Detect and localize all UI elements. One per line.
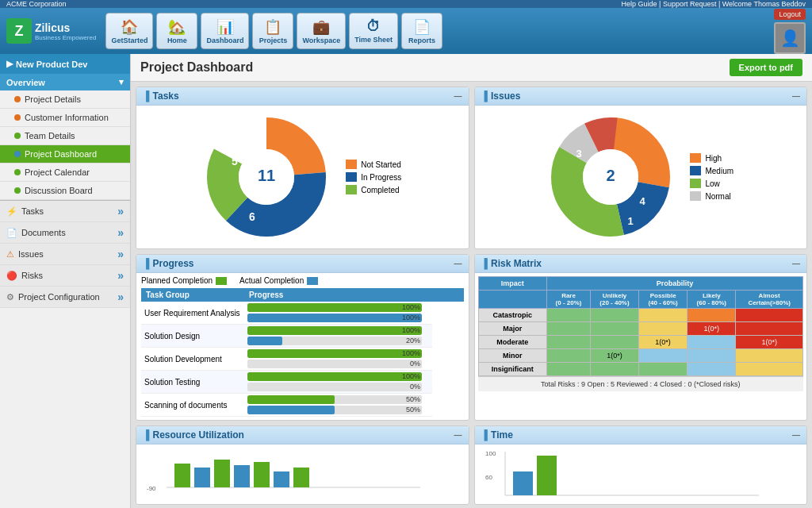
team-details-dot — [14, 133, 21, 139]
svg-text:3: 3 — [576, 148, 582, 160]
risk-cell-cat-possible — [639, 309, 688, 322]
risk-cell-maj-almost — [736, 322, 803, 336]
tasks-panel-title: ▐ Tasks — [143, 90, 179, 102]
workspace-icon: 💼 — [312, 18, 330, 36]
progress-minimize-button[interactable]: ─ — [454, 258, 462, 269]
tasks-minimize-button[interactable]: ─ — [454, 90, 462, 102]
nav-home[interactable]: 🏡 Home — [156, 13, 197, 49]
risk-cell-min-possible — [639, 349, 688, 363]
svg-text:4: 4 — [640, 195, 646, 207]
bottom-panels: ▐ Resource Utilization ─ -90 — [131, 425, 812, 508]
risk-cell-maj-likely: 1(0*) — [688, 322, 736, 336]
progress-legend: Planned Completion Actual Completion — [141, 276, 464, 285]
dashboard-grid: ▐ Tasks ─ 11 5 — [131, 82, 812, 425]
medium-color — [690, 166, 701, 175]
risk-cell-mod-almost: 1(0*) — [736, 336, 803, 349]
svg-rect-21 — [214, 460, 230, 487]
logo-sub: Business Empowered — [35, 34, 96, 41]
risk-th-almost: AlmostCertain(>80%) — [736, 291, 803, 309]
issues-panel-header: ▐ Issues ─ — [475, 87, 807, 106]
risk-table: Impact Probability Rare(0 - 20%) Unlikel… — [478, 276, 804, 376]
documents-arrow: » — [117, 226, 124, 239]
task-name: Solution Design — [141, 325, 244, 348]
nav-dashboard[interactable]: 📊 Dashboard — [201, 13, 249, 49]
sidebar-bottom-documents[interactable]: 📄Documents » — [0, 222, 130, 244]
sidebar: ▶ New Product Dev Overview ▾ Project Det… — [0, 54, 131, 508]
nav-reports[interactable]: 📄 Reports — [401, 13, 442, 49]
svg-text:6: 6 — [249, 210, 255, 223]
risk-cell-mod-rare — [547, 336, 591, 349]
risk-minimize-button[interactable]: ─ — [792, 258, 800, 269]
nav-get-started[interactable]: 🏠 GetStarted — [105, 13, 153, 49]
sidebar-item-project-details[interactable]: Project Details — [0, 90, 130, 109]
risks-arrow: » — [117, 269, 124, 282]
not-started-color — [346, 160, 357, 169]
risk-cell-mod-likely — [688, 336, 736, 349]
col-progress: Progress — [244, 288, 432, 302]
nav-user: Logout 👤 — [774, 9, 806, 54]
risk-row-major: Major 1(0*) — [478, 322, 803, 336]
low-color — [690, 179, 701, 188]
sidebar-item-customer-info[interactable]: Customer Information — [0, 109, 130, 127]
sidebar-item-project-dashboard[interactable]: Project Dashboard — [0, 145, 130, 164]
risk-impact-moderate: Moderate — [478, 336, 547, 349]
sidebar-bottom-risks[interactable]: 🔴Risks » — [0, 265, 130, 287]
issues-minimize-button[interactable]: ─ — [792, 90, 800, 102]
task-bars: 100%0% — [244, 371, 432, 394]
actual-legend: Actual Completion — [239, 276, 318, 285]
risk-cell-maj-unlikely — [590, 322, 638, 336]
risk-cell-maj-rare — [547, 322, 591, 336]
issues-panel-title: ▐ Issues — [481, 90, 521, 102]
sidebar-item-team-details[interactable]: Team Details — [0, 127, 130, 145]
reports-icon: 📄 — [413, 18, 431, 36]
tasks-legend-completed: Completed — [346, 185, 401, 194]
risk-th-blank — [478, 291, 547, 309]
progress-row: Solution Development100%0% — [141, 348, 464, 371]
risk-impact-insignificant: Insignificant — [478, 363, 547, 376]
main-header: Project Dashboard Export to pdf — [131, 54, 812, 82]
risk-footer: Total Risks : 9 Open : 5 Reviewed : 4 Cl… — [478, 376, 804, 391]
time-chart: 100 60 — [481, 448, 767, 503]
resource-minimize-button[interactable]: ─ — [454, 429, 462, 441]
resource-chart: -90 — [143, 448, 428, 503]
nav-workspace[interactable]: 💼 Workspace — [297, 13, 346, 49]
sidebar-bottom-issues[interactable]: ⚠Issues » — [0, 244, 130, 265]
risk-th-prob: Probability — [547, 277, 803, 291]
svg-rect-22 — [234, 465, 250, 487]
col-pct — [432, 288, 464, 302]
planned-color — [216, 277, 227, 285]
svg-text:2: 2 — [607, 167, 615, 184]
get-started-icon: 🏠 — [121, 18, 138, 36]
svg-rect-24 — [274, 471, 289, 487]
time-minimize-button[interactable]: ─ — [792, 429, 800, 441]
risk-row-moderate: Moderate 1(0*) 1(0*) — [478, 336, 803, 349]
planned-legend: Planned Completion — [141, 276, 227, 285]
resource-util-body: -90 — [136, 444, 469, 505]
tasks-panel: ▐ Tasks ─ 11 5 — [136, 87, 469, 249]
sidebar-item-discussion-board[interactable]: Discussion Board — [0, 182, 130, 200]
project-name: New Product Dev — [16, 60, 87, 69]
issues-legend-normal: Normal — [690, 191, 733, 201]
time-panel-title: ▐ Time — [481, 429, 513, 441]
issues-panel: ▐ Issues ─ 2 3 4 — [474, 87, 808, 249]
sidebar-section-overview[interactable]: Overview ▾ — [0, 74, 130, 90]
sidebar-bottom-tasks[interactable]: ⚡Tasks » — [0, 201, 130, 222]
time-bar-icon: ▐ — [481, 429, 488, 441]
nav-projects[interactable]: 📋 Projects — [252, 13, 293, 49]
svg-rect-19 — [174, 464, 190, 487]
logo-name: Zilicus — [35, 21, 96, 34]
time-panel: ▐ Time ─ 100 60 — [474, 425, 808, 505]
logout-button[interactable]: Logout — [774, 9, 806, 20]
risk-row-insignificant: Insignificant — [478, 363, 803, 376]
resource-util-panel: ▐ Resource Utilization ─ -90 — [136, 425, 469, 505]
task-bars: 100%0% — [244, 348, 432, 371]
progress-panel-body: Planned Completion Actual Completion Tas… — [136, 273, 469, 420]
risk-cell-maj-possible — [639, 322, 688, 336]
risk-cell-ins-likely — [688, 363, 736, 376]
col-task-group: Task Group — [141, 288, 244, 302]
risk-row-catastrophic: Catastropic — [478, 309, 803, 322]
nav-timesheet[interactable]: ⏱ Time Sheet — [349, 13, 398, 49]
sidebar-item-project-calendar[interactable]: Project Calendar — [0, 164, 130, 182]
export-button[interactable]: Export to pdf — [730, 59, 802, 76]
sidebar-bottom-project-config[interactable]: ⚙Project Configuration » — [0, 287, 130, 308]
